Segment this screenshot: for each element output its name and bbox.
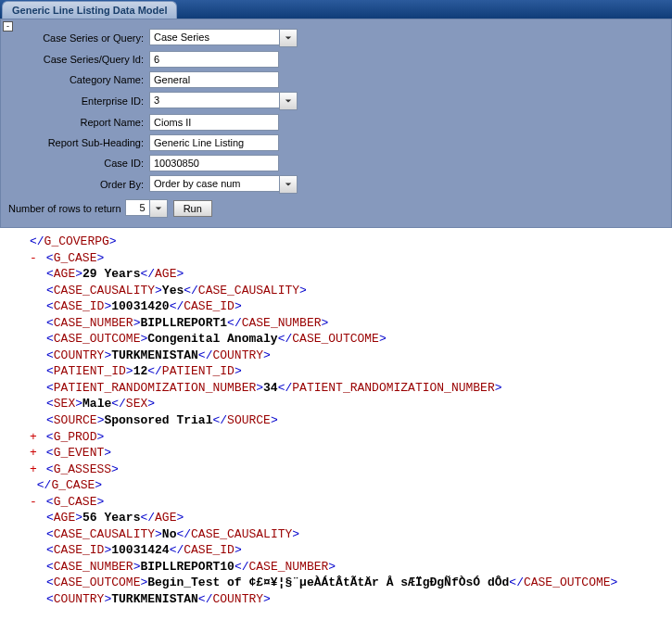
- input-report-name[interactable]: [149, 114, 279, 131]
- dropdown-rows-to-return[interactable]: [149, 199, 168, 218]
- xml-line: <COUNTRY>TURKMENISTAN</COUNTRY>: [4, 348, 668, 364]
- chevron-down-icon: [285, 181, 292, 188]
- label-rows-to-return: Number of rows to return: [5, 203, 125, 214]
- xml-line: <AGE>56 Years</AGE>: [4, 510, 668, 526]
- xml-line: <CASE_NUMBER>BIPLLREPORT10</CASE_NUMBER>: [4, 559, 668, 576]
- label-case-series-id: Case Series/Query Id:: [5, 54, 149, 65]
- dropdown-enterprise-id[interactable]: [279, 92, 298, 110]
- xml-line: <SEX>Male</SEX>: [4, 396, 668, 412]
- label-enterprise-id: Enterprise ID:: [5, 95, 149, 107]
- xml-line: <AGE>29 Years</AGE>: [4, 266, 668, 283]
- xml-line: <CASE_CAUSALITY>No</CASE_CAUSALITY>: [4, 526, 668, 543]
- chevron-down-icon: [285, 97, 292, 105]
- input-sub-heading[interactable]: [149, 134, 279, 151]
- xml-line: - <G_CASE>: [4, 494, 668, 511]
- expand-toggle-plus[interactable]: +: [30, 462, 39, 478]
- label-order-by: Order By:: [5, 179, 149, 190]
- label-sub-heading: Report Sub-Heading:: [5, 137, 149, 148]
- xml-line: <CASE_CAUSALITY>Yes</CASE_CAUSALITY>: [4, 283, 668, 299]
- xml-line: - <G_CASE>: [4, 250, 668, 267]
- parameter-form: - Case Series or Query: Case Series/Quer…: [0, 19, 672, 228]
- input-rows-to-return[interactable]: [125, 199, 149, 216]
- label-report-name: Report Name:: [5, 117, 149, 128]
- xml-line: </G_CASE>: [4, 477, 668, 494]
- window-titlebar: Generic Line Listing Data Model: [0, 0, 672, 19]
- chevron-down-icon: [285, 34, 292, 42]
- label-category-name: Category Name:: [5, 74, 149, 85]
- dropdown-case-series-query[interactable]: [279, 29, 298, 47]
- xml-line: + <G_ASSESS>: [4, 462, 668, 478]
- collapse-toggle[interactable]: -: [3, 21, 13, 32]
- input-order-by[interactable]: [149, 175, 279, 192]
- xml-line: <CASE_OUTCOME>Congenital Anomaly</CASE_O…: [4, 331, 668, 348]
- collapse-toggle-minus[interactable]: -: [30, 494, 39, 511]
- expand-toggle-plus[interactable]: +: [30, 445, 39, 462]
- label-case-id: Case ID:: [5, 158, 149, 169]
- xml-line: + <G_PROD>: [4, 429, 668, 446]
- xml-line: </G_COVERPG>: [4, 234, 668, 250]
- xml-line: <CASE_ID>10031424</CASE_ID>: [4, 542, 668, 559]
- collapse-toggle-minus[interactable]: -: [30, 250, 39, 267]
- xml-line: <SOURCE>Sponsored Trial</SOURCE>: [4, 412, 668, 429]
- tab-data-model[interactable]: Generic Line Listing Data Model: [2, 1, 177, 19]
- expand-toggle-plus[interactable]: +: [30, 429, 39, 446]
- xml-line: <PATIENT_ID>12</PATIENT_ID>: [4, 363, 668, 380]
- input-case-id[interactable]: [149, 155, 279, 171]
- xml-line: <CASE_ID>10031420</CASE_ID>: [4, 298, 668, 315]
- label-case-series-query: Case Series or Query:: [5, 32, 149, 44]
- dropdown-order-by[interactable]: [279, 175, 298, 194]
- input-case-series-id[interactable]: [149, 51, 279, 68]
- run-button[interactable]: Run: [173, 200, 212, 217]
- input-category-name[interactable]: [149, 71, 279, 88]
- input-case-series-query[interactable]: [149, 29, 279, 45]
- xml-output: </G_COVERPG> - <G_CASE> <AGE>29 Years</A…: [0, 228, 672, 612]
- input-enterprise-id[interactable]: [149, 92, 279, 108]
- xml-line: <COUNTRY>TURKMENISTAN</COUNTRY>: [4, 591, 668, 608]
- xml-line: <CASE_NUMBER>BIPLLREPORT1</CASE_NUMBER>: [4, 315, 668, 332]
- xml-line: <PATIENT_RANDOMIZATION_NUMBER>34</PATIEN…: [4, 380, 668, 397]
- chevron-down-icon: [155, 205, 162, 212]
- xml-line: <CASE_OUTCOME>Begin_Test of ¢£¤¥¦§¨µeÀÁt…: [4, 575, 668, 591]
- xml-line: + <G_EVENT>: [4, 445, 668, 462]
